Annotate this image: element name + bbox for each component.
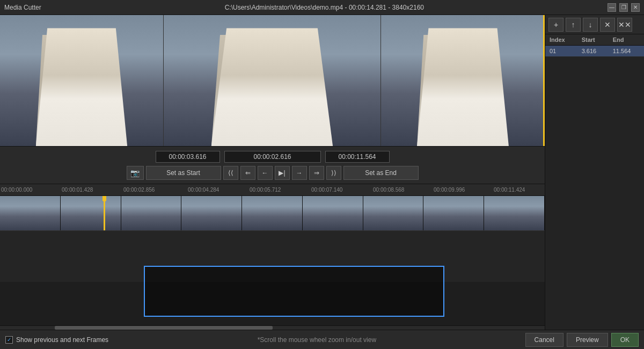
right-toolbar: + ↑ ↓ ✕ ✕✕	[545, 15, 644, 34]
timeline-scrollbar[interactable]	[0, 325, 545, 330]
set-end-button[interactable]: Set as End	[343, 166, 419, 180]
filmstrip-frame-8	[423, 196, 484, 230]
app-name: Media Cutter	[4, 4, 41, 11]
ruler-mark-2: 00:00:02.856	[123, 184, 155, 195]
titlebar: Media Cutter C:\Users\Administrator\Vide…	[0, 0, 644, 15]
filmstrip-frame-3	[121, 196, 182, 230]
right-panel: + ↑ ↓ ✕ ✕✕ Index Start End 013.61611.564	[545, 15, 644, 330]
timecode-start-input[interactable]	[156, 151, 220, 163]
controls-area: 📷 Set as Start ⟨⟨ ⇐ ← ▶| → ⇒ ⟩⟩ Set as E…	[0, 147, 545, 184]
move-down-button[interactable]: ↓	[583, 18, 598, 32]
clips-tbody: 013.61611.564	[545, 46, 644, 57]
nav-last-button[interactable]: ⟩⟩	[326, 166, 341, 180]
filmstrip[interactable]	[0, 196, 545, 231]
statusbar-left: Show previous and next Frames	[5, 336, 108, 344]
nav-next-button[interactable]: →	[292, 166, 307, 180]
move-up-button[interactable]: ↑	[566, 18, 581, 32]
filmstrip-frame-1	[0, 196, 61, 230]
nav-next-next-button[interactable]: ⇒	[309, 166, 324, 180]
frame-center-image	[164, 15, 380, 146]
statusbar-right: Cancel Preview OK	[525, 333, 639, 347]
timeline-ruler: 00:00:00.000 00:00:01.428 00:00:02.856 0…	[0, 184, 545, 196]
cancel-button[interactable]: Cancel	[525, 333, 564, 347]
frame-center	[164, 15, 381, 146]
timecode-end-input[interactable]	[325, 151, 390, 163]
close-button[interactable]: ✕	[631, 3, 640, 12]
clip-region-container	[0, 231, 545, 325]
ruler-mark-7: 00:00:09.996	[434, 184, 465, 195]
ruler-mark-8: 00:00:11.424	[494, 184, 525, 195]
table-row[interactable]: 013.61611.564	[545, 46, 644, 57]
ruler-mark-1: 00:00:01.428	[62, 184, 93, 195]
col-start: Start	[577, 34, 609, 46]
timeline-area: 00:00:00.000 00:00:01.428 00:00:02.856 0…	[0, 184, 545, 330]
nav-prev-prev-button[interactable]: ⇐	[240, 166, 255, 180]
statusbar: Show previous and next Frames *Scroll th…	[0, 330, 644, 349]
clips-table: Index Start End 013.61611.564	[545, 34, 644, 330]
frame-left	[0, 15, 164, 146]
col-index: Index	[545, 34, 577, 46]
filmstrip-frame-9	[484, 196, 545, 230]
statusbar-hint: *Scroll the mouse wheel zoom in/out view	[258, 336, 376, 344]
yellow-marker-line	[543, 15, 545, 146]
camera-icon: 📷	[130, 169, 140, 177]
preview-button[interactable]: Preview	[567, 333, 608, 347]
remove-clip-button[interactable]: ✕	[600, 18, 615, 32]
col-end: End	[609, 34, 644, 46]
filmstrip-frame-6	[303, 196, 363, 230]
titlebar-controls: — ❐ ✕	[608, 3, 640, 12]
nav-first-button[interactable]: ⟨⟨	[223, 166, 238, 180]
clip-cell-index: 01	[545, 46, 577, 57]
clip-selection-region[interactable]	[144, 266, 444, 317]
filmstrip-frame-2	[61, 196, 121, 230]
nav-play-button[interactable]: ▶|	[275, 166, 290, 180]
left-panel: 📷 Set as Start ⟨⟨ ⇐ ← ▶| → ⇒ ⟩⟩ Set as E…	[0, 15, 545, 330]
video-preview-area	[0, 15, 545, 147]
filmstrip-frame-5	[242, 196, 303, 230]
ruler-mark-6: 00:00:08.568	[373, 184, 404, 195]
clip-cell-start: 3.616	[577, 46, 609, 57]
filmstrip-frame-7	[363, 196, 424, 230]
show-frames-checkbox[interactable]	[5, 336, 13, 344]
restore-button[interactable]: ❐	[619, 3, 628, 12]
add-clip-button[interactable]: +	[548, 18, 564, 32]
ruler-mark-3: 00:00:04.284	[188, 184, 219, 195]
main-content: 📷 Set as Start ⟨⟨ ⇐ ← ▶| → ⇒ ⟩⟩ Set as E…	[0, 15, 644, 330]
set-start-button[interactable]: Set as Start	[146, 166, 221, 180]
ruler-mark-4: 00:00:05.712	[250, 184, 281, 195]
timecodes-row	[5, 151, 539, 163]
buttons-row: 📷 Set as Start ⟨⟨ ⇐ ← ▶| → ⇒ ⟩⟩ Set as E…	[5, 166, 539, 180]
timeline-scroll-thumb[interactable]	[55, 326, 273, 330]
ok-button[interactable]: OK	[611, 333, 639, 347]
frame-right-image	[381, 15, 545, 146]
clear-clips-button[interactable]: ✕✕	[617, 18, 632, 32]
minimize-button[interactable]: —	[608, 3, 616, 12]
file-info: C:\Users\Administrator\Videos\demo.mp4 -…	[225, 4, 424, 11]
frame-right	[381, 15, 545, 146]
frame-left-image	[0, 15, 163, 146]
ruler-mark-0: 00:00:00.000	[1, 184, 32, 195]
clip-cell-end: 11.564	[609, 46, 644, 57]
show-frames-label: Show previous and next Frames	[16, 336, 108, 344]
screenshot-button[interactable]: 📷	[127, 166, 144, 180]
clips-list: Index Start End 013.61611.564	[545, 34, 644, 57]
timecode-current-input[interactable]	[224, 151, 321, 163]
filmstrip-frame-4	[181, 196, 242, 230]
ruler-mark-5: 00:00:07.140	[311, 184, 342, 195]
nav-prev-button[interactable]: ←	[258, 166, 273, 180]
